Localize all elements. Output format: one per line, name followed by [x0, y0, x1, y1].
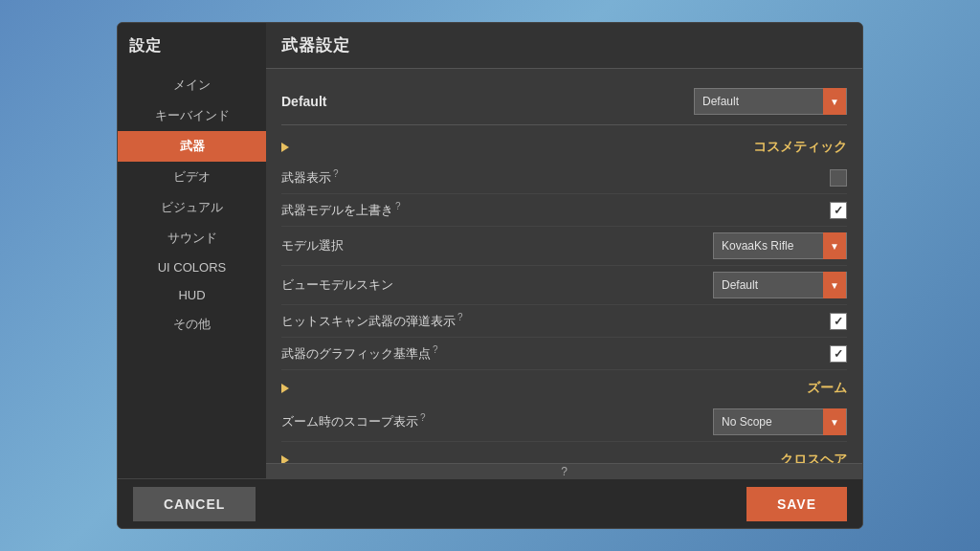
- settings-area[interactable]: Default Default ▼ コスメティック武器表示?武器モデルを上書き?…: [266, 69, 862, 463]
- setting-label-1: 武器表示?: [281, 168, 830, 187]
- checkbox-5[interactable]: [830, 313, 847, 330]
- setting-row-6: 武器のグラフィック基準点?: [281, 338, 847, 370]
- section-header-7: ズーム: [281, 370, 847, 403]
- setting-label-2: 武器モデルを上書き?: [281, 201, 830, 219]
- setting-row-5: ヒットスキャン武器の弾道表示?: [281, 305, 847, 338]
- sidebar-item-video[interactable]: ビデオ: [118, 162, 266, 192]
- bottom-bar: ?: [266, 463, 862, 478]
- default-dropdown[interactable]: Default ▼: [694, 88, 847, 115]
- sidebar-item-sound[interactable]: サウンド: [118, 223, 266, 253]
- triangle-icon: [281, 143, 289, 152]
- checkbox-6[interactable]: [830, 345, 847, 363]
- sidebar-item-other[interactable]: その他: [118, 309, 266, 340]
- setting-row-2: 武器モデルを上書き?: [281, 194, 847, 227]
- default-dropdown-arrow-icon: ▼: [823, 88, 846, 115]
- dropdown-label-4: Default: [714, 278, 823, 292]
- help-icon: ?: [561, 465, 568, 478]
- dropdown-4[interactable]: Default▼: [713, 272, 847, 298]
- dropdown-arrow-icon-8: ▼: [823, 408, 846, 435]
- default-dropdown-label: Default: [695, 95, 823, 108]
- dropdown-label-3: KovaaKs Rifle: [714, 239, 823, 253]
- save-button[interactable]: SAVE: [746, 487, 847, 521]
- sidebar-item-weapon[interactable]: 武器: [118, 131, 266, 162]
- setting-label-3: モデル選択: [281, 237, 713, 254]
- sidebar-item-visual[interactable]: ビジュアル: [118, 192, 266, 223]
- setting-row-4: ビューモデルスキンDefault▼: [281, 266, 847, 305]
- triangle-icon: [281, 455, 289, 463]
- default-row: Default Default ▼: [281, 80, 847, 125]
- sidebar-item-ui-colors[interactable]: UI COLORS: [118, 253, 266, 281]
- checkbox-1[interactable]: [830, 169, 847, 187]
- dropdown-8[interactable]: No Scope▼: [713, 408, 847, 435]
- triangle-icon: [281, 384, 289, 393]
- section-header-0: コスメティック: [281, 129, 847, 162]
- setting-label-8: ズーム時のスコープ表示?: [281, 412, 713, 430]
- help-icon-6: ?: [433, 344, 438, 355]
- sidebar-item-hud[interactable]: HUD: [118, 281, 266, 309]
- help-icon-8: ?: [420, 412, 426, 423]
- sidebar-title: 設定: [118, 31, 266, 68]
- help-icon-5: ?: [457, 312, 463, 322]
- sidebar-item-keybind[interactable]: キーバインド: [118, 100, 266, 131]
- dropdown-arrow-icon-4: ▼: [823, 272, 846, 298]
- main-content: 武器設定 Default Default ▼ コスメティック武器表示?武器モデル…: [266, 23, 862, 478]
- dropdown-arrow-icon-3: ▼: [823, 232, 846, 259]
- setting-label-4: ビューモデルスキン: [281, 276, 713, 294]
- default-label: Default: [281, 94, 326, 109]
- sidebar: 設定 メインキーバインド武器ビデオビジュアルサウンドUI COLORSHUDその…: [118, 23, 266, 478]
- section-header-9: クロスヘア: [281, 442, 847, 463]
- setting-row-3: モデル選択KovaaKs Rifle▼: [281, 227, 847, 266]
- main-title: 武器設定: [266, 23, 862, 69]
- setting-row-8: ズーム時のスコープ表示?No Scope▼: [281, 403, 847, 442]
- setting-row-1: 武器表示?: [281, 162, 847, 194]
- checkbox-2[interactable]: [830, 202, 847, 219]
- help-icon-1: ?: [333, 168, 339, 179]
- setting-label-5: ヒットスキャン武器の弾道表示?: [281, 312, 830, 330]
- dialog-footer: CANCEL SAVE: [118, 478, 862, 528]
- dropdown-label-8: No Scope: [714, 415, 823, 429]
- settings-dialog: 設定 メインキーバインド武器ビデオビジュアルサウンドUI COLORSHUDその…: [117, 22, 863, 529]
- help-icon-2: ?: [395, 201, 401, 211]
- cancel-button[interactable]: CANCEL: [133, 487, 256, 521]
- dialog-body: 設定 メインキーバインド武器ビデオビジュアルサウンドUI COLORSHUDその…: [118, 23, 862, 478]
- dropdown-3[interactable]: KovaaKs Rifle▼: [713, 232, 847, 259]
- sidebar-item-main[interactable]: メイン: [118, 70, 266, 100]
- setting-label-6: 武器のグラフィック基準点?: [281, 344, 830, 363]
